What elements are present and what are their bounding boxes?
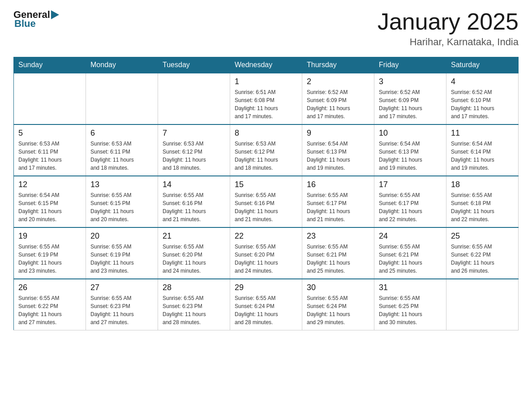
day-number: 28 bbox=[163, 283, 225, 292]
calendar-subtitle: Harihar, Karnataka, India bbox=[378, 36, 519, 48]
day-info: Sunrise: 6:52 AM Sunset: 6:09 PM Dayligh… bbox=[379, 88, 442, 120]
day-info: Sunrise: 6:55 AM Sunset: 6:23 PM Dayligh… bbox=[90, 294, 153, 326]
day-info: Sunrise: 6:52 AM Sunset: 6:09 PM Dayligh… bbox=[307, 88, 369, 120]
logo-text-blue: Blue bbox=[14, 18, 36, 30]
table-row: 17Sunrise: 6:55 AM Sunset: 6:17 PM Dayli… bbox=[374, 176, 446, 227]
table-row: 16Sunrise: 6:55 AM Sunset: 6:17 PM Dayli… bbox=[302, 176, 374, 227]
table-row: 26Sunrise: 6:55 AM Sunset: 6:22 PM Dayli… bbox=[14, 279, 86, 330]
table-row bbox=[158, 73, 230, 124]
day-number: 21 bbox=[163, 231, 225, 241]
day-info: Sunrise: 6:55 AM Sunset: 6:19 PM Dayligh… bbox=[18, 243, 81, 275]
day-number: 29 bbox=[235, 283, 297, 292]
day-number: 2 bbox=[307, 77, 369, 86]
table-row: 20Sunrise: 6:55 AM Sunset: 6:19 PM Dayli… bbox=[86, 227, 158, 279]
day-info: Sunrise: 6:55 AM Sunset: 6:19 PM Dayligh… bbox=[90, 243, 153, 275]
day-number: 27 bbox=[90, 283, 153, 292]
table-row bbox=[86, 73, 158, 124]
day-info: Sunrise: 6:55 AM Sunset: 6:22 PM Dayligh… bbox=[451, 243, 514, 275]
day-info: Sunrise: 6:55 AM Sunset: 6:16 PM Dayligh… bbox=[235, 191, 297, 223]
calendar-week-row: 5Sunrise: 6:53 AM Sunset: 6:11 PM Daylig… bbox=[14, 124, 519, 176]
col-thursday: Thursday bbox=[302, 57, 374, 73]
day-number: 10 bbox=[379, 128, 442, 138]
day-number: 4 bbox=[451, 77, 514, 86]
col-wednesday: Wednesday bbox=[230, 57, 302, 73]
day-info: Sunrise: 6:53 AM Sunset: 6:12 PM Dayligh… bbox=[235, 140, 297, 172]
table-row: 22Sunrise: 6:55 AM Sunset: 6:20 PM Dayli… bbox=[230, 227, 302, 279]
day-info: Sunrise: 6:55 AM Sunset: 6:24 PM Dayligh… bbox=[307, 294, 369, 326]
page-header: General Blue January 2025 Harihar, Karna… bbox=[13, 9, 519, 48]
day-info: Sunrise: 6:55 AM Sunset: 6:20 PM Dayligh… bbox=[163, 243, 225, 275]
day-number: 18 bbox=[451, 180, 514, 189]
day-number: 1 bbox=[235, 77, 297, 86]
day-number: 5 bbox=[18, 128, 81, 138]
day-number: 16 bbox=[307, 180, 369, 189]
table-row: 24Sunrise: 6:55 AM Sunset: 6:21 PM Dayli… bbox=[374, 227, 446, 279]
day-number: 22 bbox=[235, 231, 297, 241]
day-info: Sunrise: 6:55 AM Sunset: 6:18 PM Dayligh… bbox=[451, 191, 514, 223]
table-row: 11Sunrise: 6:54 AM Sunset: 6:14 PM Dayli… bbox=[446, 124, 519, 176]
table-row: 5Sunrise: 6:53 AM Sunset: 6:11 PM Daylig… bbox=[14, 124, 86, 176]
day-info: Sunrise: 6:53 AM Sunset: 6:12 PM Dayligh… bbox=[163, 140, 225, 172]
day-info: Sunrise: 6:53 AM Sunset: 6:11 PM Dayligh… bbox=[18, 140, 81, 172]
logo: General Blue bbox=[13, 9, 61, 30]
day-info: Sunrise: 6:51 AM Sunset: 6:08 PM Dayligh… bbox=[235, 88, 297, 120]
table-row: 8Sunrise: 6:53 AM Sunset: 6:12 PM Daylig… bbox=[230, 124, 302, 176]
day-info: Sunrise: 6:55 AM Sunset: 6:24 PM Dayligh… bbox=[235, 294, 297, 326]
table-row: 21Sunrise: 6:55 AM Sunset: 6:20 PM Dayli… bbox=[158, 227, 230, 279]
col-sunday: Sunday bbox=[14, 57, 86, 73]
day-number: 15 bbox=[235, 180, 297, 189]
day-info: Sunrise: 6:55 AM Sunset: 6:15 PM Dayligh… bbox=[90, 191, 153, 223]
col-saturday: Saturday bbox=[446, 57, 519, 73]
day-number: 11 bbox=[451, 128, 514, 138]
svg-marker-0 bbox=[51, 10, 59, 19]
day-number: 20 bbox=[90, 231, 153, 241]
calendar-week-row: 19Sunrise: 6:55 AM Sunset: 6:19 PM Dayli… bbox=[14, 227, 519, 279]
day-number: 24 bbox=[379, 231, 442, 241]
day-info: Sunrise: 6:54 AM Sunset: 6:13 PM Dayligh… bbox=[379, 140, 442, 172]
day-number: 25 bbox=[451, 231, 514, 241]
calendar-week-row: 26Sunrise: 6:55 AM Sunset: 6:22 PM Dayli… bbox=[14, 279, 519, 330]
day-number: 8 bbox=[235, 128, 297, 138]
col-friday: Friday bbox=[374, 57, 446, 73]
logo-triangle-icon bbox=[51, 10, 61, 20]
col-tuesday: Tuesday bbox=[158, 57, 230, 73]
day-info: Sunrise: 6:55 AM Sunset: 6:17 PM Dayligh… bbox=[307, 191, 369, 223]
table-row: 19Sunrise: 6:55 AM Sunset: 6:19 PM Dayli… bbox=[14, 227, 86, 279]
title-section: January 2025 Harihar, Karnataka, India bbox=[378, 9, 519, 48]
day-number: 19 bbox=[18, 231, 81, 241]
table-row: 14Sunrise: 6:55 AM Sunset: 6:16 PM Dayli… bbox=[158, 176, 230, 227]
day-number: 9 bbox=[307, 128, 369, 138]
table-row: 7Sunrise: 6:53 AM Sunset: 6:12 PM Daylig… bbox=[158, 124, 230, 176]
day-info: Sunrise: 6:55 AM Sunset: 6:21 PM Dayligh… bbox=[307, 243, 369, 275]
table-row: 25Sunrise: 6:55 AM Sunset: 6:22 PM Dayli… bbox=[446, 227, 519, 279]
day-info: Sunrise: 6:54 AM Sunset: 6:14 PM Dayligh… bbox=[451, 140, 514, 172]
table-row: 6Sunrise: 6:53 AM Sunset: 6:11 PM Daylig… bbox=[86, 124, 158, 176]
table-row: 27Sunrise: 6:55 AM Sunset: 6:23 PM Dayli… bbox=[86, 279, 158, 330]
day-number: 23 bbox=[307, 231, 369, 241]
day-number: 17 bbox=[379, 180, 442, 189]
day-info: Sunrise: 6:55 AM Sunset: 6:20 PM Dayligh… bbox=[235, 243, 297, 275]
table-row bbox=[446, 279, 519, 330]
table-row: 28Sunrise: 6:55 AM Sunset: 6:23 PM Dayli… bbox=[158, 279, 230, 330]
calendar-header-row: Sunday Monday Tuesday Wednesday Thursday… bbox=[14, 57, 519, 73]
table-row: 13Sunrise: 6:55 AM Sunset: 6:15 PM Dayli… bbox=[86, 176, 158, 227]
day-info: Sunrise: 6:55 AM Sunset: 6:21 PM Dayligh… bbox=[379, 243, 442, 275]
table-row: 30Sunrise: 6:55 AM Sunset: 6:24 PM Dayli… bbox=[302, 279, 374, 330]
calendar-title: January 2025 bbox=[378, 9, 519, 34]
table-row: 18Sunrise: 6:55 AM Sunset: 6:18 PM Dayli… bbox=[446, 176, 519, 227]
table-row: 1Sunrise: 6:51 AM Sunset: 6:08 PM Daylig… bbox=[230, 73, 302, 124]
table-row: 31Sunrise: 6:55 AM Sunset: 6:25 PM Dayli… bbox=[374, 279, 446, 330]
day-info: Sunrise: 6:55 AM Sunset: 6:16 PM Dayligh… bbox=[163, 191, 225, 223]
table-row: 4Sunrise: 6:52 AM Sunset: 6:10 PM Daylig… bbox=[446, 73, 519, 124]
day-number: 26 bbox=[18, 283, 81, 292]
day-info: Sunrise: 6:54 AM Sunset: 6:15 PM Dayligh… bbox=[18, 191, 81, 223]
calendar-week-row: 1Sunrise: 6:51 AM Sunset: 6:08 PM Daylig… bbox=[14, 73, 519, 124]
day-number: 3 bbox=[379, 77, 442, 86]
day-number: 30 bbox=[307, 283, 369, 292]
day-info: Sunrise: 6:53 AM Sunset: 6:11 PM Dayligh… bbox=[90, 140, 153, 172]
day-info: Sunrise: 6:55 AM Sunset: 6:22 PM Dayligh… bbox=[18, 294, 81, 326]
col-monday: Monday bbox=[86, 57, 158, 73]
calendar-week-row: 12Sunrise: 6:54 AM Sunset: 6:15 PM Dayli… bbox=[14, 176, 519, 227]
table-row: 10Sunrise: 6:54 AM Sunset: 6:13 PM Dayli… bbox=[374, 124, 446, 176]
day-info: Sunrise: 6:55 AM Sunset: 6:17 PM Dayligh… bbox=[379, 191, 442, 223]
